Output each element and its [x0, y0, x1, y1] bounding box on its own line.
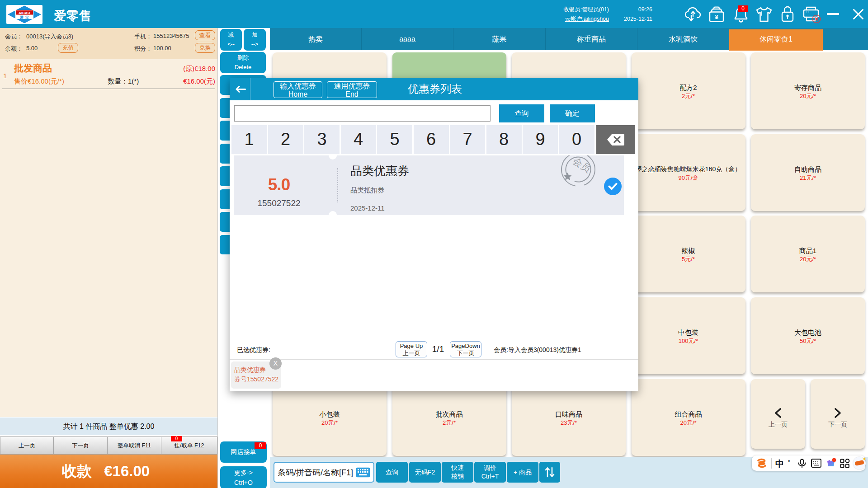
svg-text:爱 宝: 爱 宝: [19, 15, 29, 19]
svg-text:会员: 会员: [571, 155, 593, 174]
svg-text:AIBAO: AIBAO: [19, 11, 30, 15]
svg-text:¥: ¥: [715, 14, 718, 20]
